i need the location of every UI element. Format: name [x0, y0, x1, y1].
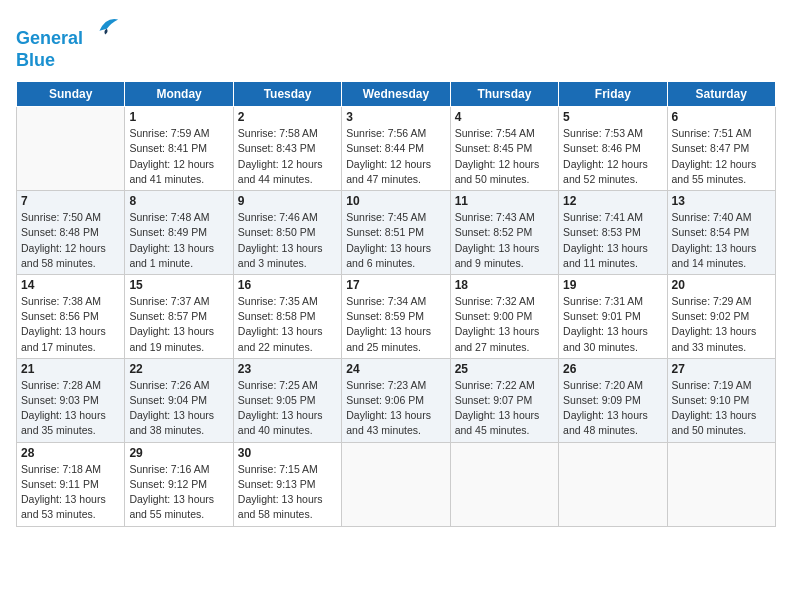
day-number: 23: [238, 362, 337, 376]
day-number: 7: [21, 194, 120, 208]
day-info: Sunrise: 7:37 AMSunset: 8:57 PMDaylight:…: [129, 294, 228, 355]
day-info: Sunrise: 7:58 AMSunset: 8:43 PMDaylight:…: [238, 126, 337, 187]
calendar-cell: 22Sunrise: 7:26 AMSunset: 9:04 PMDayligh…: [125, 358, 233, 442]
calendar-cell: 26Sunrise: 7:20 AMSunset: 9:09 PMDayligh…: [559, 358, 667, 442]
day-info: Sunrise: 7:26 AMSunset: 9:04 PMDaylight:…: [129, 378, 228, 439]
calendar-cell: [450, 442, 558, 526]
calendar-cell: 9Sunrise: 7:46 AMSunset: 8:50 PMDaylight…: [233, 191, 341, 275]
calendar-cell: 25Sunrise: 7:22 AMSunset: 9:07 PMDayligh…: [450, 358, 558, 442]
day-number: 4: [455, 110, 554, 124]
day-number: 16: [238, 278, 337, 292]
calendar-cell: 6Sunrise: 7:51 AMSunset: 8:47 PMDaylight…: [667, 107, 775, 191]
day-info: Sunrise: 7:25 AMSunset: 9:05 PMDaylight:…: [238, 378, 337, 439]
calendar-cell: 4Sunrise: 7:54 AMSunset: 8:45 PMDaylight…: [450, 107, 558, 191]
calendar-cell: 24Sunrise: 7:23 AMSunset: 9:06 PMDayligh…: [342, 358, 450, 442]
day-number: 17: [346, 278, 445, 292]
day-number: 27: [672, 362, 771, 376]
day-info: Sunrise: 7:31 AMSunset: 9:01 PMDaylight:…: [563, 294, 662, 355]
day-number: 22: [129, 362, 228, 376]
day-number: 8: [129, 194, 228, 208]
day-info: Sunrise: 7:34 AMSunset: 8:59 PMDaylight:…: [346, 294, 445, 355]
day-number: 18: [455, 278, 554, 292]
page-header: General Blue: [16, 16, 776, 71]
calendar-week-row: 7Sunrise: 7:50 AMSunset: 8:48 PMDaylight…: [17, 191, 776, 275]
day-number: 1: [129, 110, 228, 124]
day-info: Sunrise: 7:46 AMSunset: 8:50 PMDaylight:…: [238, 210, 337, 271]
calendar-cell: [559, 442, 667, 526]
day-info: Sunrise: 7:51 AMSunset: 8:47 PMDaylight:…: [672, 126, 771, 187]
day-info: Sunrise: 7:54 AMSunset: 8:45 PMDaylight:…: [455, 126, 554, 187]
day-number: 3: [346, 110, 445, 124]
logo-text: General Blue: [16, 16, 120, 71]
calendar-cell: 5Sunrise: 7:53 AMSunset: 8:46 PMDaylight…: [559, 107, 667, 191]
day-info: Sunrise: 7:15 AMSunset: 9:13 PMDaylight:…: [238, 462, 337, 523]
day-info: Sunrise: 7:29 AMSunset: 9:02 PMDaylight:…: [672, 294, 771, 355]
calendar-cell: 29Sunrise: 7:16 AMSunset: 9:12 PMDayligh…: [125, 442, 233, 526]
calendar-week-row: 21Sunrise: 7:28 AMSunset: 9:03 PMDayligh…: [17, 358, 776, 442]
logo-general: General: [16, 28, 83, 48]
day-number: 6: [672, 110, 771, 124]
weekday-header: Tuesday: [233, 82, 341, 107]
weekday-header: Wednesday: [342, 82, 450, 107]
calendar-table: SundayMondayTuesdayWednesdayThursdayFrid…: [16, 81, 776, 526]
day-info: Sunrise: 7:38 AMSunset: 8:56 PMDaylight:…: [21, 294, 120, 355]
logo: General Blue: [16, 16, 120, 71]
calendar-cell: 11Sunrise: 7:43 AMSunset: 8:52 PMDayligh…: [450, 191, 558, 275]
weekday-header: Friday: [559, 82, 667, 107]
day-info: Sunrise: 7:23 AMSunset: 9:06 PMDaylight:…: [346, 378, 445, 439]
day-info: Sunrise: 7:41 AMSunset: 8:53 PMDaylight:…: [563, 210, 662, 271]
weekday-header: Thursday: [450, 82, 558, 107]
day-number: 29: [129, 446, 228, 460]
calendar-cell: 30Sunrise: 7:15 AMSunset: 9:13 PMDayligh…: [233, 442, 341, 526]
day-info: Sunrise: 7:56 AMSunset: 8:44 PMDaylight:…: [346, 126, 445, 187]
calendar-cell: 19Sunrise: 7:31 AMSunset: 9:01 PMDayligh…: [559, 274, 667, 358]
day-number: 28: [21, 446, 120, 460]
day-number: 11: [455, 194, 554, 208]
calendar-cell: 2Sunrise: 7:58 AMSunset: 8:43 PMDaylight…: [233, 107, 341, 191]
day-number: 26: [563, 362, 662, 376]
logo-bird-icon: [92, 12, 120, 40]
day-number: 30: [238, 446, 337, 460]
day-number: 5: [563, 110, 662, 124]
calendar-cell: 17Sunrise: 7:34 AMSunset: 8:59 PMDayligh…: [342, 274, 450, 358]
calendar-cell: 7Sunrise: 7:50 AMSunset: 8:48 PMDaylight…: [17, 191, 125, 275]
calendar-cell: 8Sunrise: 7:48 AMSunset: 8:49 PMDaylight…: [125, 191, 233, 275]
weekday-header: Saturday: [667, 82, 775, 107]
day-number: 14: [21, 278, 120, 292]
day-number: 20: [672, 278, 771, 292]
calendar-week-row: 28Sunrise: 7:18 AMSunset: 9:11 PMDayligh…: [17, 442, 776, 526]
calendar-cell: 14Sunrise: 7:38 AMSunset: 8:56 PMDayligh…: [17, 274, 125, 358]
day-info: Sunrise: 7:48 AMSunset: 8:49 PMDaylight:…: [129, 210, 228, 271]
weekday-header: Monday: [125, 82, 233, 107]
calendar-cell: 20Sunrise: 7:29 AMSunset: 9:02 PMDayligh…: [667, 274, 775, 358]
day-number: 21: [21, 362, 120, 376]
day-number: 9: [238, 194, 337, 208]
day-info: Sunrise: 7:28 AMSunset: 9:03 PMDaylight:…: [21, 378, 120, 439]
day-info: Sunrise: 7:50 AMSunset: 8:48 PMDaylight:…: [21, 210, 120, 271]
calendar-cell: [667, 442, 775, 526]
day-number: 25: [455, 362, 554, 376]
calendar-cell: 23Sunrise: 7:25 AMSunset: 9:05 PMDayligh…: [233, 358, 341, 442]
day-info: Sunrise: 7:53 AMSunset: 8:46 PMDaylight:…: [563, 126, 662, 187]
day-info: Sunrise: 7:18 AMSunset: 9:11 PMDaylight:…: [21, 462, 120, 523]
day-info: Sunrise: 7:22 AMSunset: 9:07 PMDaylight:…: [455, 378, 554, 439]
calendar-cell: 1Sunrise: 7:59 AMSunset: 8:41 PMDaylight…: [125, 107, 233, 191]
day-info: Sunrise: 7:16 AMSunset: 9:12 PMDaylight:…: [129, 462, 228, 523]
calendar-cell: 13Sunrise: 7:40 AMSunset: 8:54 PMDayligh…: [667, 191, 775, 275]
calendar-cell: [17, 107, 125, 191]
calendar-cell: 27Sunrise: 7:19 AMSunset: 9:10 PMDayligh…: [667, 358, 775, 442]
calendar-cell: 28Sunrise: 7:18 AMSunset: 9:11 PMDayligh…: [17, 442, 125, 526]
logo-blue: Blue: [16, 50, 55, 70]
weekday-header: Sunday: [17, 82, 125, 107]
calendar-week-row: 14Sunrise: 7:38 AMSunset: 8:56 PMDayligh…: [17, 274, 776, 358]
calendar-cell: 21Sunrise: 7:28 AMSunset: 9:03 PMDayligh…: [17, 358, 125, 442]
day-number: 2: [238, 110, 337, 124]
day-info: Sunrise: 7:59 AMSunset: 8:41 PMDaylight:…: [129, 126, 228, 187]
calendar-cell: 15Sunrise: 7:37 AMSunset: 8:57 PMDayligh…: [125, 274, 233, 358]
day-info: Sunrise: 7:35 AMSunset: 8:58 PMDaylight:…: [238, 294, 337, 355]
day-number: 10: [346, 194, 445, 208]
day-number: 12: [563, 194, 662, 208]
calendar-cell: 12Sunrise: 7:41 AMSunset: 8:53 PMDayligh…: [559, 191, 667, 275]
day-info: Sunrise: 7:45 AMSunset: 8:51 PMDaylight:…: [346, 210, 445, 271]
day-number: 15: [129, 278, 228, 292]
